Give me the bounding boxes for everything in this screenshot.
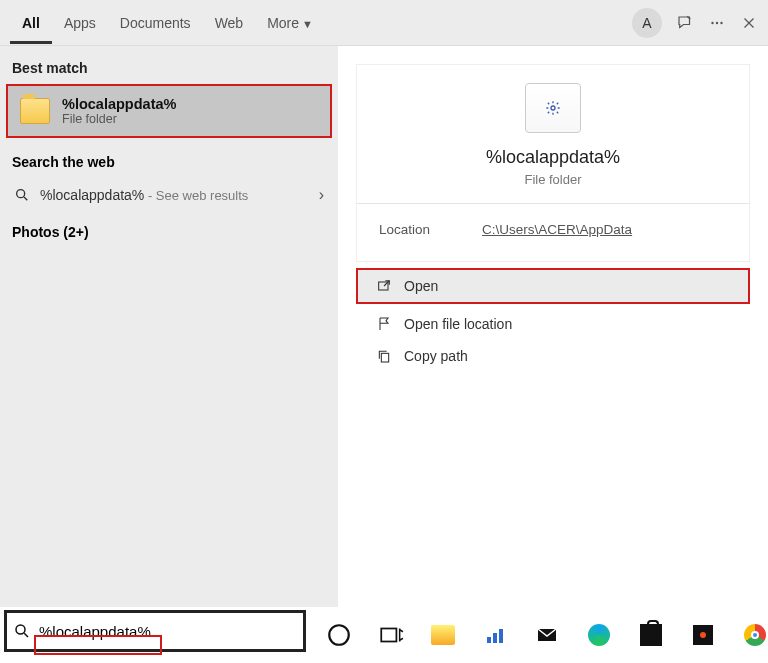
search-input[interactable]	[39, 623, 303, 640]
best-match-subtitle: File folder	[62, 112, 176, 126]
close-icon[interactable]	[740, 14, 758, 32]
search-web-item[interactable]: %localappdata% - See web results ›	[0, 176, 338, 214]
edge-icon[interactable]	[586, 622, 612, 648]
search-icon	[13, 622, 31, 640]
figma-icon[interactable]	[690, 622, 716, 648]
folder-icon	[20, 98, 50, 124]
location-icon	[376, 316, 392, 332]
best-match-label: Best match	[0, 56, 338, 82]
search-box[interactable]	[4, 610, 306, 652]
svg-point-7	[16, 625, 25, 634]
search-icon	[14, 187, 30, 203]
tab-web[interactable]: Web	[203, 1, 256, 44]
task-view-icon[interactable]	[378, 622, 404, 648]
location-label: Location	[379, 222, 430, 237]
preview-title: %localappdata%	[357, 147, 749, 168]
microsoft-store-icon[interactable]	[638, 622, 664, 648]
preview-subtitle: File folder	[357, 172, 749, 187]
user-avatar[interactable]: A	[632, 8, 662, 38]
svg-point-0	[711, 21, 713, 23]
results-panel: Best match %localappdata% File folder Se…	[0, 46, 338, 607]
action-open[interactable]: Open	[356, 268, 750, 304]
search-tab-bar: All Apps Documents Web More▼ A	[0, 0, 768, 46]
more-options-icon[interactable]	[708, 14, 726, 32]
chevron-down-icon: ▼	[302, 18, 313, 30]
preview-panel: %localappdata% File folder Location C:\U…	[338, 46, 768, 607]
action-copy-path[interactable]: Copy path	[356, 340, 750, 372]
svg-point-4	[551, 106, 555, 110]
folder-large-icon	[525, 83, 581, 133]
search-web-label: Search the web	[0, 148, 338, 176]
gear-icon	[545, 100, 561, 116]
svg-point-8	[329, 625, 349, 645]
svg-rect-9	[381, 629, 396, 642]
action-open-location[interactable]: Open file location	[356, 308, 750, 340]
svg-point-1	[716, 21, 718, 23]
chrome-icon[interactable]	[742, 622, 768, 648]
tab-more[interactable]: More▼	[255, 1, 325, 44]
photos-label[interactable]: Photos (2+)	[0, 214, 338, 240]
svg-rect-6	[381, 353, 388, 362]
copy-icon	[376, 348, 392, 364]
network-icon[interactable]	[482, 622, 508, 648]
file-explorer-icon[interactable]	[430, 622, 456, 648]
web-query: %localappdata%	[40, 187, 144, 203]
tab-documents[interactable]: Documents	[108, 1, 203, 44]
web-hint: - See web results	[144, 188, 248, 203]
chevron-right-icon: ›	[319, 186, 324, 204]
location-path[interactable]: C:\Users\ACER\AppData	[482, 222, 632, 237]
mail-icon[interactable]	[534, 622, 560, 648]
tab-all[interactable]: All	[10, 1, 52, 44]
open-icon	[376, 278, 392, 294]
best-match-title: %localappdata%	[62, 96, 176, 112]
taskbar	[0, 607, 768, 663]
svg-point-2	[720, 21, 722, 23]
cortana-icon[interactable]	[326, 622, 352, 648]
feedback-icon[interactable]	[676, 14, 694, 32]
best-match-item[interactable]: %localappdata% File folder	[6, 84, 332, 138]
tab-apps[interactable]: Apps	[52, 1, 108, 44]
svg-point-3	[17, 190, 25, 198]
